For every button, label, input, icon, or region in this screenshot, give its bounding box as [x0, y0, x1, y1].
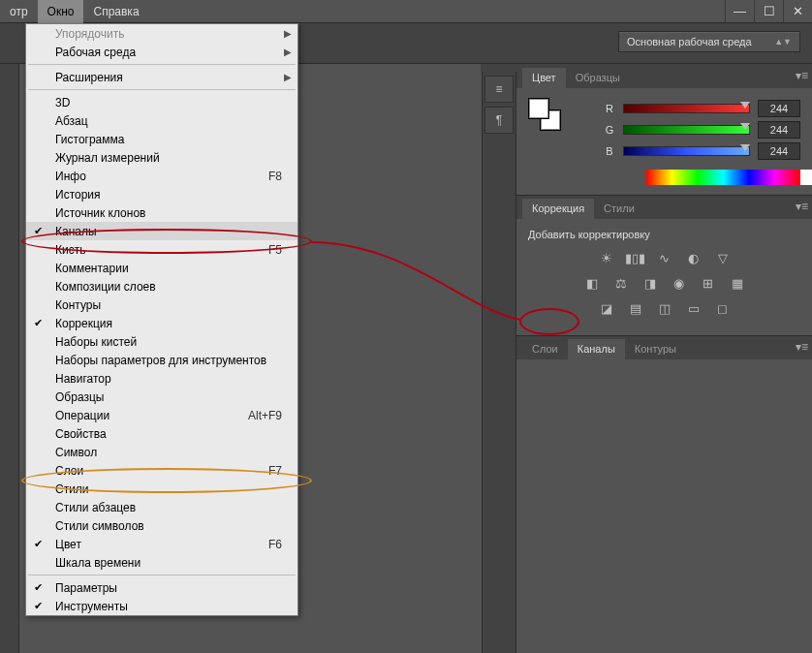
menu-extensions[interactable]: Расширения▶ — [26, 68, 297, 86]
b-slider[interactable] — [623, 146, 750, 156]
dock-button-1[interactable]: ≡ — [484, 76, 514, 103]
panel-menu-icon[interactable]: ▾≡ — [796, 69, 808, 82]
dropdown-arrows-icon: ▲▼ — [774, 39, 792, 45]
minimize-button[interactable]: — — [725, 0, 754, 23]
menu-help[interactable]: Справка — [83, 0, 148, 23]
separator — [28, 575, 296, 575]
check-icon: ✔ — [34, 581, 43, 594]
layers-panel-group: Слои Каналы Контуры ▾≡ — [516, 335, 812, 653]
menu-actions[interactable]: ОперацииAlt+F9 — [26, 406, 297, 424]
menu-clone-source[interactable]: Источник клонов — [26, 203, 297, 222]
r-label: R — [604, 103, 615, 114]
fg-swatch[interactable] — [528, 98, 549, 119]
menu-notes[interactable]: Комментарии — [26, 259, 297, 277]
menu-3d[interactable]: 3D — [26, 93, 297, 111]
menu-layers[interactable]: СлоиF7 — [26, 461, 297, 480]
b-value[interactable]: 244 — [758, 142, 800, 160]
left-dock-edge — [0, 64, 19, 653]
check-icon: ✔ — [34, 538, 43, 550]
menu-options[interactable]: ✔Параметры — [26, 578, 297, 597]
channels-empty-body — [516, 359, 812, 653]
menu-prev-cut[interactable]: отр — [0, 0, 38, 23]
check-icon: ✔ — [34, 600, 43, 612]
tab-adjustments[interactable]: Коррекция — [522, 199, 594, 219]
adjustments-hint: Добавить корректировку — [528, 229, 800, 240]
check-icon: ✔ — [34, 317, 43, 329]
g-label: G — [604, 124, 615, 136]
window-menu-dropdown: Упорядочить▶ Рабочая среда▶ Расширения▶ … — [25, 23, 298, 616]
lookup-icon[interactable]: ▦ — [728, 275, 747, 291]
workspace-label: Основная рабочая среда — [627, 36, 752, 47]
fg-bg-swatch[interactable] — [528, 98, 561, 131]
close-button[interactable]: ✕ — [783, 0, 812, 23]
tab-channels[interactable]: Каналы — [568, 339, 625, 359]
vibrance-icon[interactable]: ▽ — [713, 250, 733, 265]
check-icon: ✔ — [34, 225, 43, 237]
menu-channels[interactable]: ✔Каналы — [26, 222, 297, 240]
r-value[interactable]: 244 — [758, 100, 800, 117]
submenu-arrow-icon: ▶ — [284, 28, 292, 39]
menu-arrange[interactable]: Упорядочить▶ — [26, 24, 297, 43]
menu-tools[interactable]: ✔Инструменты — [26, 597, 297, 615]
submenu-arrow-icon: ▶ — [284, 47, 292, 57]
menu-properties[interactable]: Свойства — [26, 424, 297, 443]
separator — [28, 89, 296, 90]
brightness-icon[interactable]: ☀ — [597, 250, 616, 265]
curves-icon[interactable]: ∿ — [655, 250, 674, 265]
menu-adjustments[interactable]: ✔Коррекция — [26, 314, 297, 332]
bw-icon[interactable]: ◨ — [640, 275, 660, 291]
channel-mixer-icon[interactable]: ⊞ — [699, 275, 718, 291]
tab-swatches[interactable]: Образцы — [566, 68, 630, 88]
color-panel: Цвет Образцы ▾≡ R 244 G — [516, 64, 812, 195]
tab-color[interactable]: Цвет — [522, 68, 566, 88]
panel-menu-icon[interactable]: ▾≡ — [796, 340, 808, 354]
menu-navigator[interactable]: Навигатор — [26, 369, 297, 388]
tab-layers[interactable]: Слои — [522, 339, 568, 359]
selective-color-icon[interactable]: ◻ — [713, 300, 733, 316]
collapsed-dock-strip: ≡ ¶ — [482, 64, 516, 653]
panel-menu-icon[interactable]: ▾≡ — [796, 200, 808, 213]
workspace-switcher[interactable]: Основная рабочая среда ▲▼ — [618, 31, 800, 52]
menu-tool-presets[interactable]: Наборы параметров для инструментов — [26, 351, 297, 369]
color-spectrum[interactable] — [646, 170, 800, 185]
menu-character[interactable]: Символ — [26, 443, 297, 461]
r-slider[interactable] — [623, 104, 750, 113]
menu-timeline[interactable]: Шкала времени — [26, 553, 297, 572]
window-controls: — ☐ ✕ — [725, 0, 812, 23]
levels-icon[interactable]: ▮▯▮ — [626, 250, 645, 265]
menu-measurement-log[interactable]: Журнал измерений — [26, 148, 297, 167]
panel-stack: ◄◄ Цвет Образцы ▾≡ R 244 — [516, 64, 812, 653]
threshold-icon[interactable]: ◫ — [655, 300, 674, 316]
menu-info[interactable]: ИнфоF8 — [26, 167, 297, 185]
menu-window[interactable]: Окно — [38, 0, 84, 23]
adjustments-panel: Коррекция Стили ▾≡ Добавить корректировк… — [516, 195, 812, 335]
menu-paragraph-styles[interactable]: Стили абзацев — [26, 498, 297, 516]
photo-filter-icon[interactable]: ◉ — [670, 275, 689, 291]
menu-swatches[interactable]: Образцы — [26, 388, 297, 406]
tab-paths[interactable]: Контуры — [625, 339, 686, 359]
gradient-map-icon[interactable]: ▭ — [684, 300, 703, 316]
g-slider[interactable] — [623, 125, 750, 135]
menu-styles[interactable]: Стили — [26, 480, 297, 498]
g-value[interactable]: 244 — [758, 121, 800, 139]
menu-brush-presets[interactable]: Наборы кистей — [26, 332, 297, 351]
dock-button-2[interactable]: ¶ — [484, 107, 514, 134]
invert-icon[interactable]: ◪ — [597, 300, 616, 316]
hue-icon[interactable]: ◧ — [582, 275, 602, 291]
menu-layer-comps[interactable]: Композиции слоев — [26, 277, 297, 295]
menu-history[interactable]: История — [26, 185, 297, 203]
menu-paths[interactable]: Контуры — [26, 295, 297, 314]
maximize-button[interactable]: ☐ — [754, 0, 783, 23]
tab-styles[interactable]: Стили — [594, 199, 644, 219]
right-panel-column: ≡ ¶ ◄◄ Цвет Образцы ▾≡ R 244 — [482, 64, 812, 653]
b-label: B — [604, 145, 615, 157]
menu-character-styles[interactable]: Стили символов — [26, 516, 297, 535]
posterize-icon[interactable]: ▤ — [626, 300, 645, 316]
menu-brush[interactable]: КистьF5 — [26, 240, 297, 259]
menu-histogram[interactable]: Гистограмма — [26, 130, 297, 148]
menu-paragraph[interactable]: Абзац — [26, 111, 297, 130]
menu-color[interactable]: ✔ЦветF6 — [26, 535, 297, 553]
exposure-icon[interactable]: ◐ — [684, 250, 703, 265]
menu-workspace[interactable]: Рабочая среда▶ — [26, 43, 297, 61]
balance-icon[interactable]: ⚖ — [611, 275, 631, 291]
